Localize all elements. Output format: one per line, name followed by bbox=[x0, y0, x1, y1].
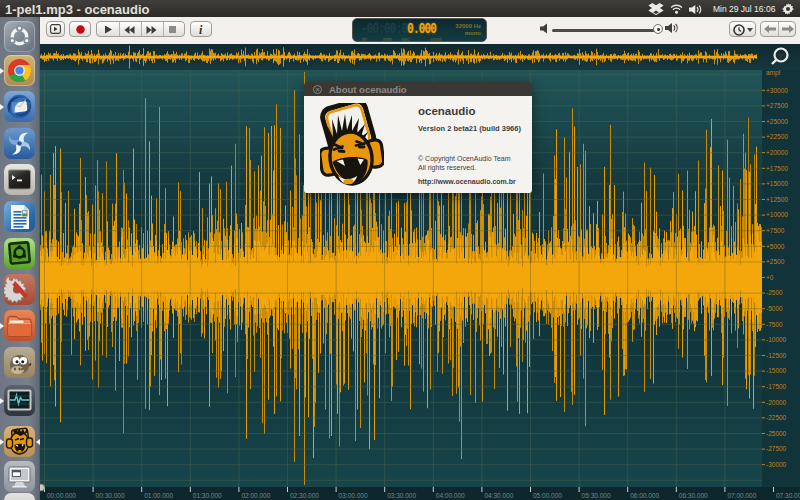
svg-text:02:00.000: 02:00.000 bbox=[241, 492, 270, 499]
svg-text:-15000: -15000 bbox=[766, 367, 787, 374]
svg-text:07:00.000: 07:00.000 bbox=[727, 492, 756, 499]
svg-text:+7500: +7500 bbox=[766, 227, 785, 234]
svg-text:+30000: +30000 bbox=[766, 87, 788, 94]
svg-text:00:30.000: 00:30.000 bbox=[96, 492, 125, 499]
svg-text:01:00.000: 01:00.000 bbox=[144, 492, 173, 499]
svg-text:-25000: -25000 bbox=[766, 430, 787, 437]
svg-text:+15000: +15000 bbox=[766, 180, 788, 187]
svg-text:+12500: +12500 bbox=[766, 196, 788, 203]
svg-text:04:30.000: 04:30.000 bbox=[484, 492, 513, 499]
svg-text:+22500: +22500 bbox=[766, 133, 788, 140]
svg-text:02:30.000: 02:30.000 bbox=[290, 492, 319, 499]
svg-text:05:00.000: 05:00.000 bbox=[533, 492, 562, 499]
svg-text:+27500: +27500 bbox=[766, 102, 788, 109]
svg-text:ampl: ampl bbox=[766, 69, 781, 77]
svg-text:-22500: -22500 bbox=[766, 414, 787, 421]
svg-text:-7500: -7500 bbox=[766, 321, 783, 328]
svg-text:06:30.000: 06:30.000 bbox=[679, 492, 708, 499]
svg-text:-5000: -5000 bbox=[766, 305, 783, 312]
svg-text:07:30.000: 07:30.000 bbox=[776, 492, 800, 499]
svg-text:+5000: +5000 bbox=[766, 243, 785, 250]
svg-text:04:00.000: 04:00.000 bbox=[436, 492, 465, 499]
svg-text:+2500: +2500 bbox=[766, 258, 785, 265]
svg-text:03:00.000: 03:00.000 bbox=[339, 492, 368, 499]
svg-text:-12500: -12500 bbox=[766, 352, 787, 359]
svg-text:-20000: -20000 bbox=[766, 399, 787, 406]
svg-text:01:30.000: 01:30.000 bbox=[193, 492, 222, 499]
svg-text:03:30.000: 03:30.000 bbox=[387, 492, 416, 499]
svg-text:+17500: +17500 bbox=[766, 165, 788, 172]
svg-text:06:00.000: 06:00.000 bbox=[630, 492, 659, 499]
svg-text:-2500: -2500 bbox=[766, 289, 783, 296]
svg-text:00:00.000: 00:00.000 bbox=[47, 492, 76, 499]
svg-text:+20000: +20000 bbox=[766, 149, 788, 156]
svg-text:+10000: +10000 bbox=[766, 211, 788, 218]
svg-text:-17500: -17500 bbox=[766, 383, 787, 390]
svg-text:-27500: -27500 bbox=[766, 445, 787, 452]
svg-text:-10000: -10000 bbox=[766, 336, 787, 343]
svg-text:+25000: +25000 bbox=[766, 118, 788, 125]
svg-text:-30000: -30000 bbox=[766, 461, 787, 468]
svg-text:05:30.000: 05:30.000 bbox=[582, 492, 611, 499]
svg-text:+0: +0 bbox=[766, 274, 774, 281]
